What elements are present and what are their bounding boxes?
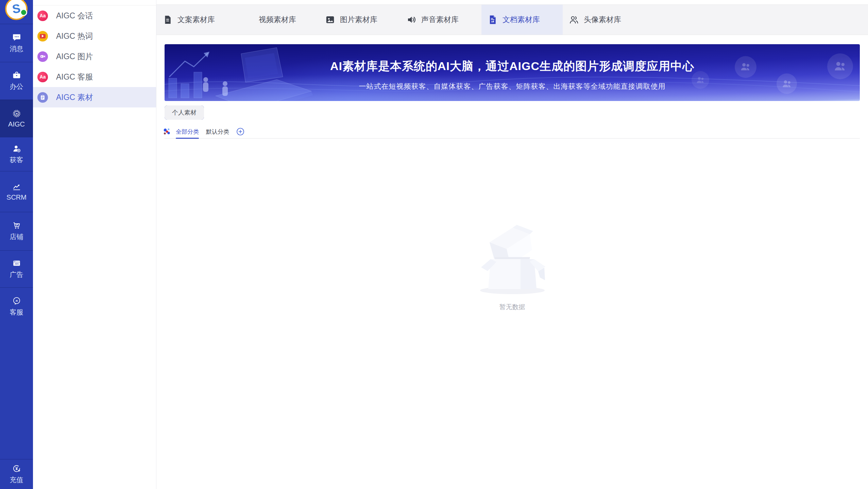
- acquire-icon: [12, 144, 21, 153]
- sidebar-item-label: AIGC: [8, 120, 25, 128]
- sidebar-item-label: SCRM: [6, 193, 27, 201]
- sidebar-item-shop[interactable]: 店铺: [0, 212, 33, 250]
- image-icon: [325, 15, 335, 25]
- camera-icon: [37, 51, 48, 62]
- menu-item-aigc-hotwords[interactable]: AIGC 热词: [33, 26, 156, 46]
- menu-item-label: AIGC 素材: [56, 92, 93, 103]
- icon-glyph-text: Aa: [40, 74, 46, 80]
- menu-item-label: AIGC 会话: [56, 11, 93, 21]
- document-icon: [488, 15, 498, 25]
- sidebar-spacer: [0, 326, 33, 459]
- empty-state-text: 暂无数据: [499, 303, 525, 311]
- icon-glyph-text: Aa: [40, 13, 46, 18]
- sidebar-item-acquisition[interactable]: 获客: [0, 137, 33, 171]
- add-category-icon[interactable]: [236, 128, 244, 136]
- sidebar-item-messages[interactable]: 消息: [0, 24, 33, 62]
- aigc-submenu-sidebar: Aa AIGC 会话 AIGC 热词 AIGC 图片 Aa AIGC 客服: [33, 0, 156, 489]
- banner-title: AI素材库是本系统的AI大脑，通过AIGC生成的图片形成调度应用中心: [165, 58, 860, 74]
- sidebar-item-label: 充值: [10, 475, 23, 485]
- video-player-icon: [37, 31, 48, 41]
- sidebar-item-recharge[interactable]: 充值: [0, 459, 33, 489]
- sidebar-item-office[interactable]: 办公: [0, 62, 33, 100]
- app-logo[interactable]: S: [0, 0, 33, 24]
- sound-icon: [406, 15, 416, 25]
- tab-sound-library[interactable]: 声音素材库: [400, 5, 481, 35]
- text-doc-icon: [163, 15, 173, 25]
- aigc-submenu: Aa AIGC 会话 AIGC 热词 AIGC 图片 Aa AIGC 客服: [33, 5, 156, 107]
- tab-label: 头像素材库: [584, 15, 621, 25]
- ads-icon: ADS: [12, 259, 21, 268]
- sidebar-item-label: 办公: [10, 82, 23, 91]
- svg-text:AI: AI: [15, 300, 18, 302]
- main-content: 文案素材库 视频素材库 图片素材库 声音素材库: [156, 0, 868, 489]
- shop-icon: [12, 221, 21, 230]
- sidebar-item-scrm[interactable]: SCRM: [0, 171, 33, 212]
- sidebar-item-label: 客服: [10, 308, 23, 317]
- sidebar-item-aigc[interactable]: AI AIGC: [0, 100, 33, 137]
- message-icon: [12, 33, 21, 42]
- chat-avatar-icon: Aa: [37, 11, 48, 21]
- svg-text:AI: AI: [15, 112, 18, 115]
- category-tab-default[interactable]: 默认分类: [206, 125, 229, 138]
- tab-video-library[interactable]: 视频素材库: [238, 5, 319, 35]
- tab-label: 文档素材库: [503, 15, 540, 25]
- empty-box-icon: [478, 223, 546, 295]
- online-status-dot: [20, 9, 27, 16]
- clipboard-icon: [37, 92, 48, 103]
- org-materials-button[interactable]: 组织素材: [165, 105, 204, 120]
- video-library-icon-placeholder: [244, 15, 254, 25]
- avatars-icon: [569, 15, 579, 25]
- tab-avatar-library[interactable]: 头像素材库: [563, 5, 644, 35]
- play-icon: [40, 34, 46, 38]
- category-tab-bar: 全部分类 默认分类: [165, 125, 860, 139]
- recharge-icon: [12, 464, 21, 473]
- category-dots-icon: [163, 128, 171, 135]
- menu-item-aigc-images[interactable]: AIGC 图片: [33, 46, 156, 67]
- menu-item-aigc-chat[interactable]: Aa AIGC 会话: [33, 5, 156, 26]
- sidebar-item-label: 获客: [10, 155, 23, 165]
- banner-subtitle: 一站式在短视频获客、自媒体获客、广告获客、矩阵获客、出海获客等全域功能直接调取使…: [165, 82, 860, 91]
- tab-image-library[interactable]: 图片素材库: [319, 5, 400, 35]
- hero-banner: AI素材库是本系统的AI大脑，通过AIGC生成的图片形成调度应用中心 一站式在短…: [165, 44, 860, 101]
- menu-item-label: AIGC 图片: [56, 51, 93, 62]
- empty-state: 暂无数据: [156, 223, 868, 311]
- menu-item-label: AIGC 热词: [56, 31, 93, 41]
- menu-item-aigc-materials[interactable]: AIGC 素材: [33, 87, 156, 107]
- scrm-icon: [12, 182, 21, 191]
- chat-avatar-icon: Aa: [37, 72, 48, 82]
- menu-item-aigc-service[interactable]: Aa AIGC 客服: [33, 67, 156, 87]
- sidebar-item-ads[interactable]: ADS 广告: [0, 250, 33, 287]
- sidebar-item-label: 消息: [10, 44, 23, 53]
- aigc-icon: AI: [12, 109, 21, 118]
- library-tab-bar: 文案素材库 视频素材库 图片素材库 声音素材库: [156, 4, 868, 35]
- scope-switcher: 组织素材 个人素材: [165, 105, 860, 120]
- tab-label: 文案素材库: [177, 15, 215, 25]
- sidebar-item-support[interactable]: AI 客服: [0, 287, 33, 326]
- svg-text:ADS: ADS: [15, 263, 19, 265]
- tab-label: 视频素材库: [259, 15, 296, 25]
- category-tab-all[interactable]: 全部分类: [176, 125, 199, 138]
- tab-label: 声音素材库: [421, 15, 459, 25]
- service-icon: AI: [12, 297, 21, 305]
- menu-item-label: AIGC 客服: [56, 72, 93, 82]
- app-window: S 消息 办公 AI AIGC 获客: [0, 0, 868, 489]
- tab-label: 图片素材库: [340, 15, 377, 25]
- office-icon: [12, 71, 21, 80]
- tab-document-library[interactable]: 文档素材库: [481, 5, 563, 35]
- logo-glyph: S: [11, 1, 21, 17]
- left-rail: S 消息 办公 AI AIGC 获客: [0, 0, 33, 489]
- sidebar-item-label: 店铺: [10, 232, 23, 241]
- sidebar-item-label: 广告: [10, 270, 23, 279]
- tab-text-library[interactable]: 文案素材库: [156, 5, 238, 35]
